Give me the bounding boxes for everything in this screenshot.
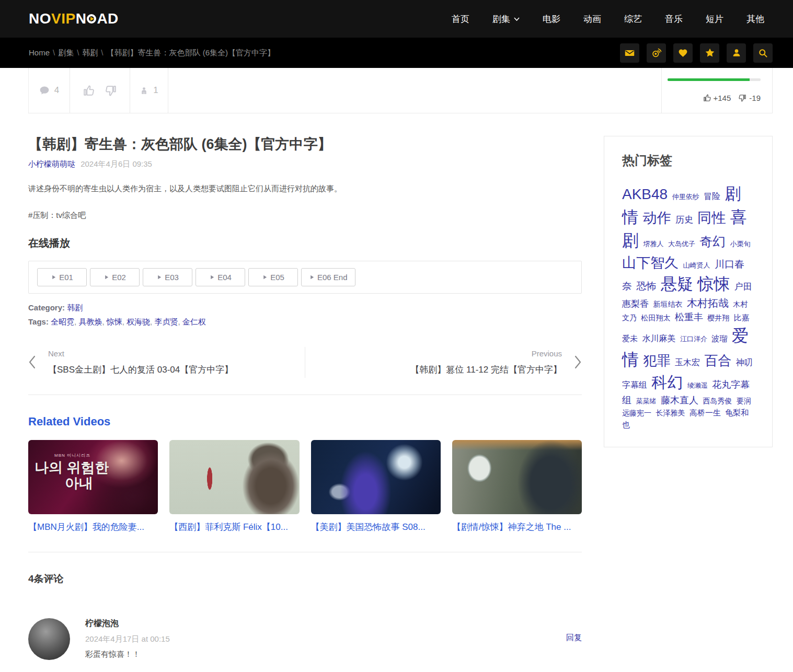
hot-tag-link[interactable]: 新垣结衣: [653, 300, 682, 308]
video-thumbnail[interactable]: [452, 440, 582, 514]
nav-item-movies[interactable]: 电影: [543, 13, 560, 25]
related-video-title[interactable]: 【西剧】菲利克斯 Félix【10...: [169, 521, 299, 533]
comments-heading: 4条评论: [28, 572, 582, 586]
hot-tag-link[interactable]: 松田翔太: [641, 314, 670, 322]
post-tag-link[interactable]: 惊悚: [107, 317, 122, 326]
chevron-right-icon[interactable]: [574, 355, 582, 369]
hot-tag-link[interactable]: 木村拓哉: [687, 297, 729, 309]
hot-tag-link[interactable]: 玉木宏: [675, 358, 700, 367]
post-tag-link[interactable]: 具教焕: [78, 317, 102, 326]
logo-play-icon: [87, 14, 96, 24]
hot-tag-link[interactable]: 菜菜绪: [636, 397, 656, 405]
chevron-left-icon[interactable]: [28, 355, 36, 369]
weibo-icon[interactable]: [647, 43, 666, 63]
hot-tag-link[interactable]: 松重丰: [675, 312, 703, 322]
hot-tag-link[interactable]: 藤木直人: [661, 395, 698, 405]
nav-item-label: 电影: [543, 13, 560, 25]
nav-item-anime[interactable]: 动画: [583, 13, 601, 25]
video-thumbnail[interactable]: [311, 440, 441, 514]
related-video-card: 【美剧】美国恐怖故事 S08...: [311, 440, 441, 533]
post-date: 2024年4月6日 09:35: [81, 159, 152, 168]
episode-button-1[interactable]: E01: [37, 268, 87, 286]
hot-tag-link[interactable]: 堺雅人: [643, 240, 663, 248]
reply-link[interactable]: 回复: [566, 633, 582, 643]
hot-tag-link[interactable]: 波瑠: [711, 334, 727, 343]
play-icon: [209, 274, 215, 280]
video-thumbnail[interactable]: [169, 440, 299, 514]
episode-button-6[interactable]: E06 End: [301, 268, 355, 286]
hot-tag-link[interactable]: 樱井翔: [707, 314, 729, 322]
hot-tag-link[interactable]: 山下智久: [622, 255, 679, 271]
next-post[interactable]: Next 【SBS金土剧】七人的复活 03-04【官方中字】: [28, 347, 305, 378]
author-link[interactable]: 小柠檬萌萌哒: [28, 159, 75, 168]
nav-item-label: 剧集: [492, 13, 510, 25]
hot-tag-link[interactable]: 恐怖: [636, 281, 656, 292]
hot-tag-link[interactable]: 动作: [642, 210, 671, 226]
hot-tag-link[interactable]: 绫濑遥: [687, 381, 708, 389]
post-content: 【韩剧】寄生兽：灰色部队 (6集全)【官方中字】 小柠檬萌萌哒 2024年4月6…: [28, 136, 582, 672]
episode-button-2[interactable]: E02: [90, 268, 140, 286]
tag-cloud: AKB48 仲里依纱 冒险 剧情 动作 历史 同性 喜剧 堺雅人 大岛优子 奇幻…: [622, 182, 754, 431]
hot-tag-link[interactable]: 高桥一生: [689, 408, 721, 417]
hot-tag-link[interactable]: 水川麻美: [642, 334, 675, 343]
tag-separator: ,: [178, 317, 182, 326]
post-tag-link[interactable]: 权海骁: [127, 317, 150, 326]
breadcrumb-link[interactable]: Home: [29, 48, 50, 57]
tags-row: Tags: 全昭霓, 具教焕, 惊悚, 权海骁, 李贞贤, 金仁权: [28, 317, 582, 327]
hot-tag-link[interactable]: 长泽雅美: [656, 409, 685, 417]
related-video-title[interactable]: 【MBN月火剧】我的危险妻...: [28, 521, 158, 533]
heart-icon[interactable]: [673, 43, 693, 63]
thumbs-up-button[interactable]: [82, 84, 95, 97]
hot-tag-link[interactable]: 科幻: [651, 374, 683, 391]
video-thumbnail[interactable]: MBN 미니시리즈나의 위험한아내: [28, 440, 158, 514]
hot-tag-link[interactable]: 要润: [737, 397, 751, 405]
hot-tag-link[interactable]: 历史: [675, 215, 693, 225]
post-tag-link[interactable]: 李贞贤: [154, 317, 178, 326]
nav-item-series[interactable]: 剧集: [492, 13, 520, 25]
post-note: #压制：tv综合吧: [28, 211, 582, 221]
hot-tag-link[interactable]: 西岛秀俊: [703, 397, 732, 405]
episode-button-5[interactable]: E05: [248, 268, 298, 286]
thumbs-down-button[interactable]: [105, 84, 118, 97]
hot-tag-link[interactable]: 大岛优子: [668, 240, 695, 248]
next-post-title[interactable]: 【SBS金土剧】七人的复活 03-04【官方中字】: [48, 364, 289, 376]
related-video-title[interactable]: 【剧情/惊悚】神弃之地 The ...: [452, 521, 582, 533]
previous-post-title[interactable]: 【韩剧】篡位 11-12 完结【官方中字】: [321, 364, 562, 376]
user-icon[interactable]: [727, 43, 746, 63]
hot-tag-link[interactable]: 悬疑: [661, 275, 693, 293]
hot-tag-link[interactable]: 山崎贤人: [683, 261, 710, 269]
hot-tag-link[interactable]: 小栗旬: [730, 240, 751, 248]
hot-tag-link[interactable]: 奇幻: [699, 234, 726, 249]
hot-tag-link[interactable]: AKB48: [622, 186, 668, 202]
hot-tag-link[interactable]: 冒险: [704, 192, 720, 201]
hot-tag-link[interactable]: 远藤宪一: [622, 409, 651, 417]
breadcrumb-link[interactable]: 韩剧: [82, 48, 98, 57]
comments-divider: [28, 552, 582, 552]
hot-tag-link[interactable]: 同性: [697, 210, 726, 226]
episode-button-3[interactable]: E03: [143, 268, 192, 286]
hot-tag-link[interactable]: 犯罪: [643, 353, 670, 368]
previous-post[interactable]: Previous 【韩剧】篡位 11-12 完结【官方中字】: [305, 347, 582, 378]
site-logo[interactable]: NOVIPNAD: [29, 10, 119, 27]
category-link[interactable]: 韩剧: [67, 303, 83, 312]
star-icon[interactable]: [700, 43, 719, 63]
comment-date: 2024年4月17日 at 00:15: [85, 634, 582, 644]
comment-count-cell[interactable]: 4: [28, 68, 70, 113]
hot-tag-link[interactable]: 百合: [704, 353, 731, 368]
nav-item-shorts[interactable]: 短片: [706, 13, 723, 25]
search-icon[interactable]: [753, 43, 773, 63]
hot-tag-link[interactable]: 仲里依纱: [672, 193, 699, 201]
hot-tag-link[interactable]: 惊悚: [697, 275, 730, 293]
nav-item-home[interactable]: 首页: [452, 13, 469, 25]
mail-icon[interactable]: [620, 43, 639, 63]
nav-item-label: 短片: [706, 13, 723, 25]
nav-item-music[interactable]: 音乐: [665, 13, 683, 25]
breadcrumb-link[interactable]: 剧集: [58, 48, 74, 57]
post-tag-link[interactable]: 全昭霓: [51, 317, 74, 326]
hot-tag-link[interactable]: 江口洋介: [680, 335, 707, 343]
nav-item-other[interactable]: 其他: [746, 13, 764, 25]
post-tag-link[interactable]: 金仁权: [182, 317, 206, 326]
related-video-title[interactable]: 【美剧】美国恐怖故事 S08...: [311, 521, 441, 533]
nav-item-variety[interactable]: 综艺: [624, 13, 642, 25]
episode-button-4[interactable]: E04: [196, 268, 245, 286]
